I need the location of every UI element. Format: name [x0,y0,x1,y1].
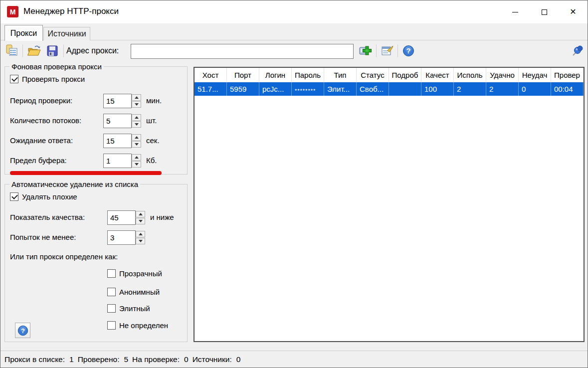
save-list-button[interactable] [44,43,60,59]
spinner-input[interactable] [103,134,132,148]
spin-up-button[interactable] [132,154,141,161]
field-unit: мин. [146,96,162,105]
cell-port: 5959 [227,82,259,96]
spinner-input[interactable] [107,210,136,225]
status-label-checking: На проверке: [132,355,180,364]
properties-button[interactable] [380,43,395,59]
spinner-input[interactable] [103,94,132,108]
delete-bad-checkbox[interactable]: Удалять плохие [10,192,77,201]
red-underline-annotation [10,171,162,175]
spinner-input[interactable] [107,230,136,245]
spinner-input[interactable] [103,154,132,168]
cell-quality: 100 [421,82,454,96]
toolbar: Адрес прокси: [0,40,588,62]
toolbar-separator [376,44,377,57]
type-transparent-checkbox[interactable]: Прозрачный [107,269,162,278]
spin-down-button[interactable] [132,141,141,148]
checkbox-icon [107,304,116,313]
spin-up-button[interactable] [136,231,145,237]
cell-login: pcJc... [259,82,292,96]
title-bar: M Менеджер HTTP-прокси ✕ [0,0,588,23]
cell-details [389,82,421,96]
properties-icon [381,44,394,58]
column-header-failed[interactable]: Неудач [519,68,551,82]
minimize-button[interactable] [501,0,530,23]
type-elite-checkbox[interactable]: Элитный [107,304,150,313]
column-header-type[interactable]: Тип [324,68,357,82]
spin-down-button[interactable] [132,161,141,168]
close-button[interactable]: ✕ [559,0,588,23]
minimize-icon [512,12,518,12]
cell-used: 2 [454,82,486,96]
pin-icon [570,44,584,58]
toolbar-separator [397,44,398,57]
column-header-password[interactable]: Пароль [292,68,324,82]
tab-proxies[interactable]: Прокси [4,25,43,41]
cell-failed: 0 [519,82,551,96]
toolbar-separator [63,44,64,57]
response-timeout-spinner [103,134,141,148]
maximize-icon [542,9,547,15]
spin-down-button[interactable] [132,101,141,108]
proxy-table: Хост Порт Логин Пароль Тип Статус Подроб… [194,67,585,342]
column-header-details[interactable]: Подроб [389,68,421,82]
open-folder-icon [27,44,42,58]
checkbox-label: Не определен [119,321,168,330]
column-header-success[interactable]: Удачно [486,68,519,82]
column-header-checked[interactable]: Провер [551,68,584,82]
add-proxy-button[interactable] [358,43,374,59]
type-anonymous-checkbox[interactable]: Анонимный [107,288,160,296]
field-unit: шт. [146,116,157,125]
column-header-port[interactable]: Порт [227,68,259,82]
check-period-spinner [103,94,141,108]
maximize-button[interactable] [530,0,559,23]
field-label: Ожидание ответа: [10,136,73,145]
checkbox-label: Элитный [119,304,150,313]
cell-type: Элит... [324,82,357,96]
open-list-button[interactable] [26,43,42,59]
spin-up-button[interactable] [132,94,141,101]
background-check-group: Фоновая проверка прокси Проверять прокси… [4,66,188,175]
status-label-checked: Проверено: [78,355,120,364]
field-label: Период проверки: [10,96,72,105]
type-undefined-checkbox[interactable]: Не определен [107,321,168,330]
auto-delete-group: Автоматическое удаление из списка Удалят… [4,184,188,342]
address-input[interactable] [131,44,354,59]
min-attempts-spinner [107,230,145,245]
column-header-used[interactable]: Исполь [454,68,486,82]
proxy-type-label: Или тип прокси определен как: [10,252,118,261]
checkbox-label: Удалять плохие [22,192,77,201]
toolbar-separator [22,44,23,57]
help-button-bottom[interactable]: ? [15,323,30,338]
app-logo-icon: M [7,6,18,17]
spin-up-button[interactable] [136,211,145,217]
column-header-status[interactable]: Статус [357,68,389,82]
status-value-proxies-in-list: 1 [69,355,74,364]
svg-text:?: ? [21,327,25,334]
group-title: Фоновая проверка прокси [9,62,104,71]
tab-sources[interactable]: Источники [43,27,90,40]
cell-success: 2 [486,82,519,96]
column-header-quality[interactable]: Качест [421,68,454,82]
check-proxies-checkbox[interactable]: Проверять прокси [10,75,85,83]
spin-up-button[interactable] [132,114,141,121]
spin-down-button[interactable] [136,218,145,224]
spinner-input[interactable] [103,114,132,128]
window-controls: ✕ [501,0,588,23]
spin-down-button[interactable] [132,121,141,128]
column-header-login[interactable]: Логин [259,68,292,82]
buffer-limit-spinner [103,154,141,168]
checkbox-icon [107,269,116,278]
checkbox-label: Анонимный [119,288,160,296]
status-label-proxies-in-list: Прокси в списке: [4,355,65,364]
paste-list-button[interactable] [3,43,19,59]
spin-down-button[interactable] [136,238,145,244]
column-header-host[interactable]: Хост [195,68,227,82]
save-icon [46,44,59,57]
table-row[interactable]: 51.7... 5959 pcJc... ******** Элит... Св… [195,82,584,96]
help-button[interactable]: ? [400,43,416,59]
field-unit: и ниже [150,213,174,221]
pin-button[interactable] [569,43,585,59]
field-unit: Кб. [146,156,157,165]
spin-up-button[interactable] [132,134,141,141]
